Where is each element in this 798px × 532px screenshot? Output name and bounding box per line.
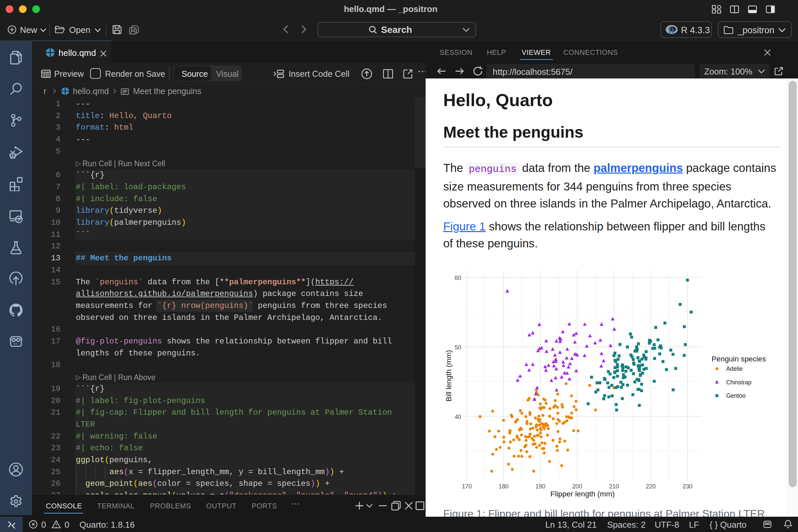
svg-text:R: R (668, 26, 674, 35)
svg-text:180: 180 (499, 483, 509, 490)
svg-text:Penguin species: Penguin species (711, 355, 766, 363)
svg-text:Flipper length (mm): Flipper length (mm) (550, 490, 614, 498)
svg-text:190: 190 (535, 483, 545, 490)
svg-text:Bill length (mm): Bill length (mm) (444, 350, 453, 402)
svg-text:Gentoo: Gentoo (726, 392, 745, 399)
svg-text:Chinstrap: Chinstrap (726, 379, 752, 386)
svg-text:220: 220 (646, 483, 656, 490)
svg-text:40: 40 (455, 414, 461, 420)
svg-text:200: 200 (572, 483, 582, 490)
svg-text:170: 170 (462, 483, 472, 490)
svg-text:210: 210 (609, 483, 619, 490)
svg-text:60: 60 (455, 274, 461, 281)
svg-text:230: 230 (683, 483, 692, 490)
svg-text:Adelie: Adelie (726, 365, 743, 372)
svg-text:50: 50 (455, 344, 461, 351)
